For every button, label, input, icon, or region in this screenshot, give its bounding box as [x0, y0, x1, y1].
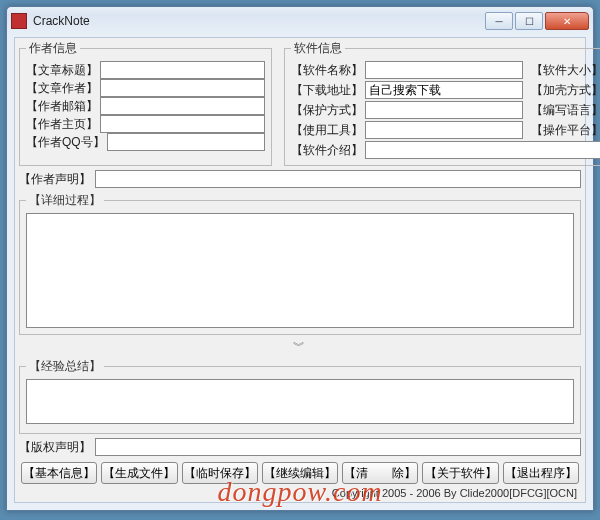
soft-protect-label: 【保护方式】 [291, 102, 363, 119]
client-area: 作者信息 【文章标题】 【文章作者】 【作者邮箱】 【作者主页】 【作者QQ号】… [14, 37, 586, 503]
soft-platform-label: 【操作平台】 [531, 122, 600, 139]
declaration-row: 【作者声明】 [19, 170, 581, 188]
detail-group: 【详细过程】 [19, 192, 581, 335]
declaration-input[interactable] [95, 170, 581, 188]
soft-size-label: 【软件大小】 [531, 62, 600, 79]
article-author-label: 【文章作者】 [26, 80, 98, 97]
soft-protect-input[interactable] [365, 101, 523, 119]
button-bar: 【基本信息】 【生成文件】 【临时保存】 【继续编辑】 【清 除】 【关于软件】… [15, 458, 585, 486]
author-qq-input[interactable] [107, 133, 265, 151]
soft-download-label: 【下载地址】 [291, 82, 363, 99]
article-author-input[interactable] [100, 79, 265, 97]
top-info-row: 作者信息 【文章标题】 【文章作者】 【作者邮箱】 【作者主页】 【作者QQ号】… [15, 38, 585, 168]
detail-legend: 【详细过程】 [26, 192, 104, 209]
author-home-input[interactable] [100, 115, 265, 133]
author-qq-label: 【作者QQ号】 [26, 134, 105, 151]
soft-name-label: 【软件名称】 [291, 62, 363, 79]
temp-save-button[interactable]: 【临时保存】 [182, 462, 258, 484]
soft-pack-label: 【加壳方式】 [531, 82, 600, 99]
app-window: CrackNote ─ ☐ ✕ 作者信息 【文章标题】 【文章作者】 【作者邮箱… [6, 6, 594, 511]
window-buttons: ─ ☐ ✕ [483, 12, 589, 30]
copyright-label: 【版权声明】 [19, 439, 91, 456]
article-title-label: 【文章标题】 [26, 62, 98, 79]
app-icon [11, 13, 27, 29]
software-group: 软件信息 【软件名称】 【软件大小】 【下载地址】 【加壳方式】 【保护方式】 … [284, 40, 600, 166]
detail-textarea[interactable] [26, 213, 574, 328]
summary-group: 【经验总结】 [19, 358, 581, 434]
copyright-row: 【版权声明】 [19, 438, 581, 456]
titlebar[interactable]: CrackNote ─ ☐ ✕ [7, 7, 593, 35]
article-title-input[interactable] [100, 61, 265, 79]
copyright-input[interactable] [95, 438, 581, 456]
exit-button[interactable]: 【退出程序】 [503, 462, 579, 484]
soft-name-input[interactable] [365, 61, 523, 79]
summary-textarea[interactable] [26, 379, 574, 424]
soft-intro-label: 【软件介绍】 [291, 142, 363, 159]
soft-download-input[interactable] [365, 81, 523, 99]
generate-file-button[interactable]: 【生成文件】 [101, 462, 177, 484]
about-button[interactable]: 【关于软件】 [422, 462, 498, 484]
author-home-label: 【作者主页】 [26, 116, 98, 133]
author-email-label: 【作者邮箱】 [26, 98, 98, 115]
close-button[interactable]: ✕ [545, 12, 589, 30]
window-title: CrackNote [33, 14, 483, 28]
soft-tools-label: 【使用工具】 [291, 122, 363, 139]
basic-info-button[interactable]: 【基本信息】 [21, 462, 97, 484]
soft-intro-input[interactable] [365, 141, 600, 159]
maximize-button[interactable]: ☐ [515, 12, 543, 30]
software-legend: 软件信息 [291, 40, 345, 57]
continue-edit-button[interactable]: 【继续编辑】 [262, 462, 338, 484]
soft-tools-input[interactable] [365, 121, 523, 139]
author-group: 作者信息 【文章标题】 【文章作者】 【作者邮箱】 【作者主页】 【作者QQ号】 [19, 40, 272, 166]
footer-text: Copyright 2005 - 2006 By Clide2000[DFCG]… [15, 486, 585, 502]
soft-lang-label: 【编写语言】 [531, 102, 600, 119]
author-email-input[interactable] [100, 97, 265, 115]
summary-legend: 【经验总结】 [26, 358, 104, 375]
splitter-handle[interactable]: ︾ [15, 337, 585, 356]
author-legend: 作者信息 [26, 40, 80, 57]
declaration-label: 【作者声明】 [19, 171, 91, 188]
clear-button[interactable]: 【清 除】 [342, 462, 418, 484]
minimize-button[interactable]: ─ [485, 12, 513, 30]
